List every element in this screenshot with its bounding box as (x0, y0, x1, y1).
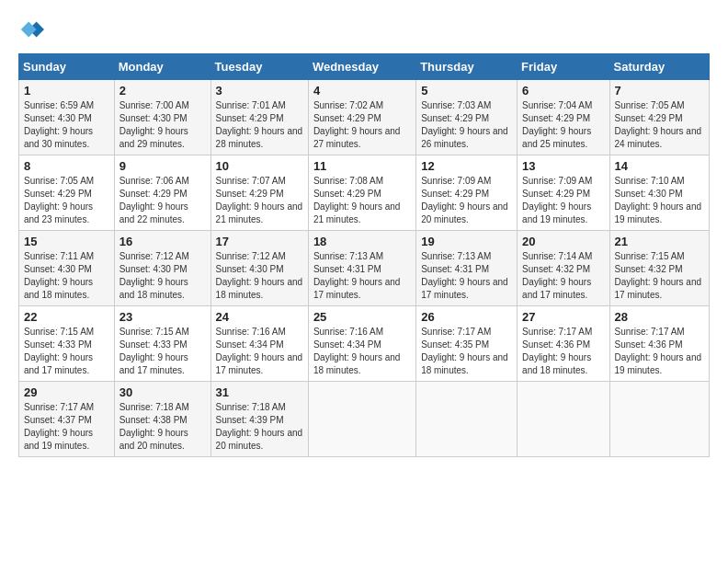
week-row-4: 22 Sunrise: 7:15 AMSunset: 4:33 PMDaylig… (19, 306, 710, 382)
day-number: 2 (119, 84, 206, 98)
col-header-friday: Friday (518, 54, 609, 80)
logo-icon (18, 17, 44, 42)
day-info: Sunrise: 7:15 AMSunset: 4:33 PMDaylight:… (24, 326, 109, 377)
day-info: Sunrise: 7:15 AMSunset: 4:32 PMDaylight:… (615, 250, 704, 302)
day-number: 1 (24, 84, 109, 98)
day-number: 5 (421, 84, 512, 98)
day-number: 26 (421, 310, 512, 324)
day-number: 12 (421, 159, 512, 173)
day-info: Sunrise: 7:11 AMSunset: 4:30 PMDaylight:… (24, 250, 109, 302)
day-cell: 18 Sunrise: 7:13 AMSunset: 4:31 PMDaylig… (308, 231, 415, 306)
day-info: Sunrise: 7:00 AMSunset: 4:30 PMDaylight:… (119, 99, 206, 151)
week-row-1: 1 Sunrise: 6:59 AMSunset: 4:30 PMDayligh… (19, 80, 710, 155)
day-cell: 21 Sunrise: 7:15 AMSunset: 4:32 PMDaylig… (609, 231, 709, 306)
day-number: 16 (119, 235, 206, 248)
day-number: 22 (24, 310, 109, 324)
day-cell: 16 Sunrise: 7:12 AMSunset: 4:30 PMDaylig… (114, 231, 210, 306)
day-cell: 12 Sunrise: 7:09 AMSunset: 4:29 PMDaylig… (416, 155, 518, 231)
day-info: Sunrise: 7:10 AMSunset: 4:30 PMDaylight:… (615, 175, 704, 226)
day-cell: 28 Sunrise: 7:17 AMSunset: 4:36 PMDaylig… (609, 306, 709, 382)
calendar-table: SundayMondayTuesdayWednesdayThursdayFrid… (18, 53, 710, 457)
day-cell (416, 382, 518, 457)
day-info: Sunrise: 7:07 AMSunset: 4:29 PMDaylight:… (216, 175, 303, 226)
day-cell: 13 Sunrise: 7:09 AMSunset: 4:29 PMDaylig… (518, 155, 609, 231)
day-info: Sunrise: 7:06 AMSunset: 4:29 PMDaylight:… (119, 175, 206, 226)
day-number: 11 (313, 159, 411, 173)
day-cell: 27 Sunrise: 7:17 AMSunset: 4:36 PMDaylig… (518, 306, 609, 382)
week-row-2: 8 Sunrise: 7:05 AMSunset: 4:29 PMDayligh… (19, 155, 710, 231)
day-cell: 29 Sunrise: 7:17 AMSunset: 4:37 PMDaylig… (19, 382, 115, 457)
day-cell: 2 Sunrise: 7:00 AMSunset: 4:30 PMDayligh… (114, 80, 210, 155)
day-cell: 14 Sunrise: 7:10 AMSunset: 4:30 PMDaylig… (609, 155, 709, 231)
day-info: Sunrise: 6:59 AMSunset: 4:30 PMDaylight:… (24, 99, 109, 151)
day-cell: 19 Sunrise: 7:13 AMSunset: 4:31 PMDaylig… (416, 231, 518, 306)
day-cell: 31 Sunrise: 7:18 AMSunset: 4:39 PMDaylig… (210, 382, 308, 457)
day-cell: 25 Sunrise: 7:16 AMSunset: 4:34 PMDaylig… (308, 306, 415, 382)
day-number: 29 (24, 385, 109, 399)
day-number: 31 (216, 385, 303, 399)
col-header-wednesday: Wednesday (308, 54, 415, 80)
day-info: Sunrise: 7:03 AMSunset: 4:29 PMDaylight:… (421, 99, 512, 151)
day-number: 27 (522, 310, 604, 324)
day-number: 14 (615, 159, 704, 173)
day-info: Sunrise: 7:15 AMSunset: 4:33 PMDaylight:… (119, 326, 206, 377)
day-info: Sunrise: 7:08 AMSunset: 4:29 PMDaylight:… (313, 175, 411, 226)
day-number: 23 (119, 310, 206, 324)
day-number: 10 (216, 159, 303, 173)
day-cell: 10 Sunrise: 7:07 AMSunset: 4:29 PMDaylig… (210, 155, 308, 231)
day-number: 13 (522, 159, 604, 173)
day-cell: 23 Sunrise: 7:15 AMSunset: 4:33 PMDaylig… (114, 306, 210, 382)
day-number: 30 (119, 385, 206, 399)
day-cell: 20 Sunrise: 7:14 AMSunset: 4:32 PMDaylig… (518, 231, 609, 306)
day-cell: 4 Sunrise: 7:02 AMSunset: 4:29 PMDayligh… (308, 80, 415, 155)
day-info: Sunrise: 7:14 AMSunset: 4:32 PMDaylight:… (522, 250, 604, 302)
day-number: 4 (313, 84, 411, 98)
col-header-tuesday: Tuesday (210, 54, 308, 80)
day-info: Sunrise: 7:16 AMSunset: 4:34 PMDaylight:… (313, 326, 411, 377)
day-cell: 3 Sunrise: 7:01 AMSunset: 4:29 PMDayligh… (210, 80, 308, 155)
header (18, 17, 710, 42)
day-cell: 17 Sunrise: 7:12 AMSunset: 4:30 PMDaylig… (210, 231, 308, 306)
svg-marker-1 (21, 22, 37, 38)
day-info: Sunrise: 7:01 AMSunset: 4:29 PMDaylight:… (216, 99, 303, 151)
header-row: SundayMondayTuesdayWednesdayThursdayFrid… (19, 54, 710, 80)
logo (18, 17, 48, 42)
day-number: 17 (216, 235, 303, 248)
day-info: Sunrise: 7:05 AMSunset: 4:29 PMDaylight:… (615, 99, 704, 151)
day-cell: 15 Sunrise: 7:11 AMSunset: 4:30 PMDaylig… (19, 231, 115, 306)
day-number: 21 (615, 235, 704, 248)
day-number: 7 (615, 84, 704, 98)
day-number: 19 (421, 235, 512, 248)
day-number: 9 (119, 159, 206, 173)
day-info: Sunrise: 7:05 AMSunset: 4:29 PMDaylight:… (24, 175, 109, 226)
day-number: 28 (615, 310, 704, 324)
day-cell: 9 Sunrise: 7:06 AMSunset: 4:29 PMDayligh… (114, 155, 210, 231)
day-number: 20 (522, 235, 604, 248)
week-row-3: 15 Sunrise: 7:11 AMSunset: 4:30 PMDaylig… (19, 231, 710, 306)
day-number: 25 (313, 310, 411, 324)
day-cell: 26 Sunrise: 7:17 AMSunset: 4:35 PMDaylig… (416, 306, 518, 382)
day-cell: 6 Sunrise: 7:04 AMSunset: 4:29 PMDayligh… (518, 80, 609, 155)
day-cell: 30 Sunrise: 7:18 AMSunset: 4:38 PMDaylig… (114, 382, 210, 457)
col-header-thursday: Thursday (416, 54, 518, 80)
day-cell: 1 Sunrise: 6:59 AMSunset: 4:30 PMDayligh… (19, 80, 115, 155)
day-number: 24 (216, 310, 303, 324)
day-info: Sunrise: 7:17 AMSunset: 4:36 PMDaylight:… (615, 326, 704, 377)
day-cell (609, 382, 709, 457)
day-cell: 22 Sunrise: 7:15 AMSunset: 4:33 PMDaylig… (19, 306, 115, 382)
day-number: 8 (24, 159, 109, 173)
day-info: Sunrise: 7:17 AMSunset: 4:37 PMDaylight:… (24, 401, 109, 453)
day-info: Sunrise: 7:17 AMSunset: 4:36 PMDaylight:… (522, 326, 604, 377)
day-info: Sunrise: 7:18 AMSunset: 4:39 PMDaylight:… (216, 401, 303, 453)
day-number: 3 (216, 84, 303, 98)
col-header-sunday: Sunday (19, 54, 115, 80)
day-info: Sunrise: 7:18 AMSunset: 4:38 PMDaylight:… (119, 401, 206, 453)
day-number: 18 (313, 235, 411, 248)
day-cell: 8 Sunrise: 7:05 AMSunset: 4:29 PMDayligh… (19, 155, 115, 231)
col-header-saturday: Saturday (609, 54, 709, 80)
day-cell: 24 Sunrise: 7:16 AMSunset: 4:34 PMDaylig… (210, 306, 308, 382)
day-cell: 11 Sunrise: 7:08 AMSunset: 4:29 PMDaylig… (308, 155, 415, 231)
day-info: Sunrise: 7:09 AMSunset: 4:29 PMDaylight:… (522, 175, 604, 226)
day-info: Sunrise: 7:12 AMSunset: 4:30 PMDaylight:… (216, 250, 303, 302)
day-number: 15 (24, 235, 109, 248)
